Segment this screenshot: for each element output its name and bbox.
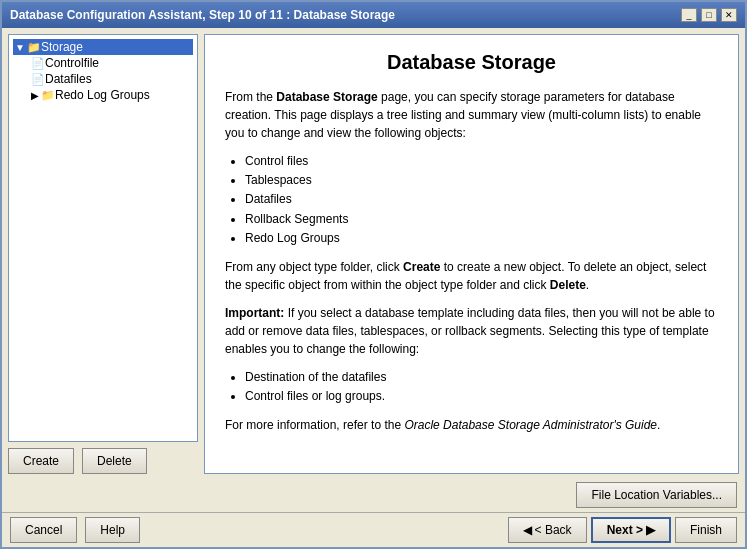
next-arrow-icon: ▶ — [646, 523, 655, 537]
file-location-row: File Location Variables... — [2, 480, 745, 510]
tree-item-controlfile[interactable]: 📄 Controlfile — [29, 55, 193, 71]
tree-item-redolog[interactable]: ▶ 📁 Redo Log Groups — [29, 87, 193, 103]
reference-paragraph: For more information, refer to the Oracl… — [225, 416, 718, 434]
next-button[interactable]: Next > ▶ — [591, 517, 671, 543]
create-button[interactable]: Create — [8, 448, 74, 474]
important-paragraph: Important: If you select a database temp… — [225, 304, 718, 358]
delete-button[interactable]: Delete — [82, 448, 147, 474]
back-label: < Back — [535, 523, 572, 537]
object-list: Control files Tablespaces Datafiles Roll… — [245, 152, 718, 248]
template-list: Destination of the datafiles Control fil… — [245, 368, 718, 406]
tree-item-storage[interactable]: ▼ 📁 Storage — [13, 39, 193, 55]
maximize-button[interactable]: □ — [701, 8, 717, 22]
next-label: Next > — [607, 523, 643, 537]
create-delete-paragraph: From any object type folder, click Creat… — [225, 258, 718, 294]
back-arrow-icon: ◀ — [523, 523, 532, 537]
bottom-left-buttons: Cancel Help — [10, 517, 140, 543]
back-button[interactable]: ◀ < Back — [508, 517, 587, 543]
list-item-datafiles: Datafiles — [245, 190, 718, 209]
close-button[interactable]: ✕ — [721, 8, 737, 22]
finish-button[interactable]: Finish — [675, 517, 737, 543]
list-item-controlfiles: Control files — [245, 152, 718, 171]
list-item-destination: Destination of the datafiles — [245, 368, 718, 387]
bottom-bar: Cancel Help ◀ < Back Next > ▶ Finish — [2, 512, 745, 547]
file-datafiles-icon: 📄 — [31, 73, 45, 86]
main-window: Database Configuration Assistant, Step 1… — [0, 0, 747, 549]
page-heading: Database Storage — [225, 51, 718, 74]
list-item-controlfiles2: Control files or log groups. — [245, 387, 718, 406]
help-button[interactable]: Help — [85, 517, 140, 543]
expand-redolog-icon: ▶ — [31, 90, 39, 101]
list-item-redolog: Redo Log Groups — [245, 229, 718, 248]
list-item-rollback: Rollback Segments — [245, 210, 718, 229]
title-bar-controls: _ □ ✕ — [681, 8, 737, 22]
cancel-button[interactable]: Cancel — [10, 517, 77, 543]
tree-label-controlfile: Controlfile — [45, 56, 99, 70]
tree-label-storage: Storage — [41, 40, 83, 54]
right-panel: Database Storage From the Database Stora… — [204, 34, 739, 474]
expand-storage-icon: ▼ — [15, 42, 25, 53]
file-location-button[interactable]: File Location Variables... — [576, 482, 737, 508]
folder-storage-icon: 📁 — [27, 41, 41, 54]
list-item-tablespaces: Tablespaces — [245, 171, 718, 190]
tree-label-redolog: Redo Log Groups — [55, 88, 150, 102]
folder-redolog-icon: 📁 — [41, 89, 55, 102]
tree-label-datafiles: Datafiles — [45, 72, 92, 86]
minimize-button[interactable]: _ — [681, 8, 697, 22]
window-title: Database Configuration Assistant, Step 1… — [10, 8, 395, 22]
tree-container[interactable]: ▼ 📁 Storage 📄 Controlfile 📄 Datafiles ▶ — [8, 34, 198, 442]
left-buttons: Create Delete — [8, 448, 198, 474]
file-controlfile-icon: 📄 — [31, 57, 45, 70]
bottom-right-buttons: ◀ < Back Next > ▶ Finish — [508, 517, 737, 543]
title-bar: Database Configuration Assistant, Step 1… — [2, 2, 745, 28]
tree-item-datafiles[interactable]: 📄 Datafiles — [29, 71, 193, 87]
intro-paragraph: From the Database Storage page, you can … — [225, 88, 718, 142]
main-content: ▼ 📁 Storage 📄 Controlfile 📄 Datafiles ▶ — [2, 28, 745, 480]
left-panel: ▼ 📁 Storage 📄 Controlfile 📄 Datafiles ▶ — [8, 34, 198, 474]
